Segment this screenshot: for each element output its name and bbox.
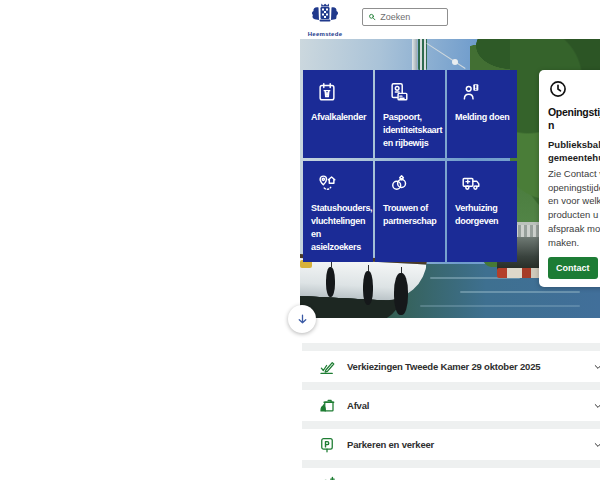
tile-label: Paspoort, identiteitskaart en rijbewijs [383, 111, 439, 150]
tile-label: Trouwen of partnerschap [383, 202, 439, 228]
photo-water-ripple [460, 291, 580, 293]
logo-wordmark: Heemstede [301, 31, 349, 37]
waste-bag-icon [318, 397, 336, 415]
chevron-down-icon [593, 440, 600, 450]
down-arrow-icon [296, 313, 309, 326]
theme-label: Parkeren en verkeer [347, 439, 434, 450]
parking-sign-icon [318, 436, 336, 454]
tile-melding-doen[interactable]: Melding doen [447, 70, 517, 158]
ballot-pencil-icon [318, 358, 336, 376]
wallet-plus-icon [318, 475, 336, 480]
moving-truck-icon [460, 172, 482, 194]
tile-statushouders[interactable]: Statushouders, vluchtelingen en asielzoe… [303, 161, 373, 262]
calendar-trash-icon [316, 81, 338, 103]
tile-label: Verhuizing doorgeven [455, 202, 511, 228]
card-subtitle: Publieksbalie gemeentehuis [548, 139, 600, 164]
tile-afvalkalender[interactable]: Afvalkalender [303, 70, 373, 158]
photo-buoy [452, 59, 458, 65]
opening-hours-card: Openingstijden Publieksbalie gemeentehui… [539, 70, 600, 287]
heemstede-logo[interactable]: Heemstede [301, 2, 349, 37]
theme-row-afval[interactable]: Afval [302, 390, 600, 421]
card-title: Openingstijden [548, 106, 600, 131]
photo-boat-fender [394, 273, 408, 315]
tile-trouwen[interactable]: Trouwen of partnerschap [375, 161, 445, 262]
passport-id-icon [388, 81, 410, 103]
tile-label: Statushouders, vluchtelingen en asielzoe… [311, 202, 367, 254]
hero-photo: Afvalkalender Paspoort, identiteitskaart… [300, 39, 600, 318]
pin-house-icon [316, 172, 338, 194]
photo-small-boats [497, 268, 543, 278]
search-input[interactable] [380, 12, 442, 22]
wedding-rings-icon [388, 172, 410, 194]
tile-label: Afvalkalender [311, 111, 367, 124]
photo-rigging [426, 43, 465, 69]
heemstede-crest-icon [308, 2, 342, 26]
chevron-down-icon [593, 401, 600, 411]
contact-button[interactable]: Contact [548, 257, 598, 279]
photo-water-ripple [420, 305, 580, 307]
clock-icon [548, 79, 568, 99]
person-alert-icon [460, 81, 482, 103]
card-body-text: Zie Contact voor openingstijden en voor … [548, 167, 600, 250]
theme-row-geldzaken[interactable]: Hulp bij geldzaken [302, 468, 600, 480]
themes-section: Verkiezingen Tweede Kamer 29 oktober 202… [302, 343, 600, 480]
theme-label: Afval [347, 400, 369, 411]
tile-verhuizing[interactable]: Verhuizing doorgeven [447, 161, 517, 262]
chevron-down-icon [593, 362, 600, 372]
theme-row-parkeren[interactable]: Parkeren en verkeer [302, 429, 600, 460]
page: Heemstede [0, 0, 600, 480]
search-box[interactable] [362, 8, 448, 26]
photo-boat-fender [326, 267, 335, 297]
theme-row-verkiezingen[interactable]: Verkiezingen Tweede Kamer 29 oktober 202… [302, 351, 600, 382]
scroll-down-button[interactable] [288, 305, 316, 333]
theme-label: Verkiezingen Tweede Kamer 29 oktober 202… [347, 361, 540, 372]
tile-label: Melding doen [455, 111, 511, 124]
photo-boat-fender [363, 271, 373, 305]
search-icon [368, 12, 376, 22]
tile-paspoort[interactable]: Paspoort, identiteitskaart en rijbewijs [375, 70, 445, 158]
quick-links-grid: Afvalkalender Paspoort, identiteitskaart… [303, 70, 517, 262]
